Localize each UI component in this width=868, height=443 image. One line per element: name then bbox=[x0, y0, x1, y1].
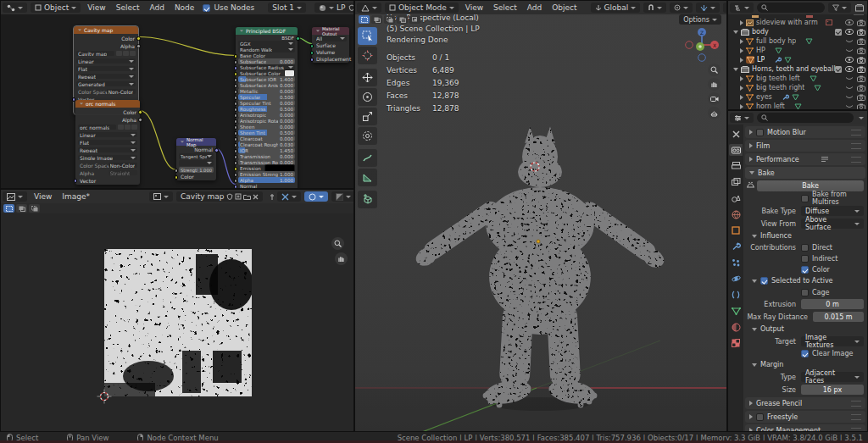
slider-roughness[interactable]: Roughness0.500 bbox=[238, 106, 295, 112]
output-normal[interactable]: Normal bbox=[179, 147, 214, 152]
target-dropdown[interactable]: Image Textures bbox=[801, 336, 864, 346]
freestyle-checkbox[interactable] bbox=[756, 413, 764, 421]
input-surface[interactable]: Surface bbox=[314, 42, 347, 48]
tab-physics[interactable] bbox=[729, 273, 743, 285]
hide-eye-closed-icon[interactable] bbox=[845, 75, 854, 81]
tab-object-data[interactable] bbox=[729, 305, 743, 317]
socket[interactable] bbox=[310, 51, 314, 55]
fake-user-icon[interactable] bbox=[348, 4, 354, 11]
method-dropdown[interactable]: Random Walk bbox=[238, 47, 295, 53]
display-channels-dropdown[interactable] bbox=[331, 191, 354, 202]
slider-sheen[interactable]: Sheen0.000 bbox=[238, 124, 295, 130]
node-image-texture-normals[interactable]: orc normals Color Alpha orc normals Line… bbox=[75, 100, 140, 185]
slider-transmission[interactable]: Transmission0.000 bbox=[238, 153, 295, 159]
image-field-buttons[interactable] bbox=[118, 125, 137, 130]
input-base-color[interactable]: Base Color bbox=[238, 53, 295, 58]
menu-select[interactable]: Select bbox=[488, 3, 522, 12]
select-mode-intersect-icon[interactable] bbox=[409, 15, 420, 24]
alpha-mode-row[interactable]: AlphaStraight bbox=[78, 169, 137, 176]
expand-icon[interactable] bbox=[740, 76, 743, 81]
outliner-search-input[interactable] bbox=[757, 3, 825, 13]
select-mode-subtract-icon[interactable] bbox=[29, 204, 40, 213]
expand-icon[interactable] bbox=[740, 20, 743, 25]
tab-view-layer[interactable] bbox=[729, 176, 743, 188]
tab-object[interactable] bbox=[729, 224, 743, 236]
zoom-button[interactable] bbox=[331, 237, 344, 250]
properties-search-input[interactable] bbox=[757, 113, 854, 123]
tool-annotate[interactable] bbox=[358, 149, 377, 167]
render-camera-icon[interactable] bbox=[857, 38, 865, 45]
select-mode-new-icon[interactable] bbox=[359, 15, 370, 24]
node-material-output[interactable]: Material Output All Surface Volume Displ… bbox=[312, 27, 349, 63]
motion-blur-checkbox[interactable] bbox=[756, 129, 764, 136]
outliner-row-eyes[interactable]: eyes bbox=[728, 92, 867, 102]
socket[interactable] bbox=[234, 54, 238, 58]
tool-cursor[interactable] bbox=[358, 47, 377, 64]
image-name-field[interactable]: Cavity map bbox=[176, 191, 263, 202]
strength-slider[interactable]: Strength1.000 bbox=[179, 167, 214, 173]
navigation-gizmo[interactable]: Z X bbox=[682, 25, 721, 64]
menu-add[interactable]: Add bbox=[522, 3, 547, 12]
expand-icon[interactable] bbox=[740, 86, 743, 91]
zoom-button[interactable] bbox=[708, 64, 721, 76]
panel-grip[interactable] bbox=[851, 428, 861, 432]
tab-scene[interactable] bbox=[729, 192, 743, 204]
slider-subsurface[interactable]: Subsurface0.000 bbox=[238, 58, 295, 64]
pan-button[interactable] bbox=[335, 252, 348, 265]
socket[interactable] bbox=[296, 36, 300, 41]
tool-transform[interactable] bbox=[358, 127, 377, 145]
color-space-row[interactable]: Color SpaceNon-Color bbox=[78, 162, 137, 169]
source-dropdown[interactable]: Generated bbox=[76, 80, 136, 87]
socket[interactable] bbox=[138, 110, 142, 114]
hide-eye-icon[interactable] bbox=[845, 66, 854, 72]
proportional-edit-dropdown[interactable] bbox=[670, 3, 693, 13]
tool-scale[interactable] bbox=[358, 108, 377, 125]
filter-dropdown[interactable] bbox=[828, 3, 851, 13]
unlink-icon[interactable] bbox=[253, 193, 259, 200]
socket[interactable] bbox=[234, 185, 238, 189]
output-color[interactable]: Color bbox=[76, 35, 136, 42]
panel-performance[interactable]: Performance bbox=[745, 153, 865, 165]
node-header[interactable]: Cavity map bbox=[74, 26, 138, 34]
editor-type-button[interactable] bbox=[730, 3, 754, 13]
cursor-2d[interactable] bbox=[97, 389, 112, 404]
outliner-row-lp[interactable]: LP bbox=[728, 55, 867, 64]
interpolation-dropdown[interactable]: Linear bbox=[78, 131, 137, 138]
input-normal[interactable]: Normal bbox=[238, 183, 295, 189]
render-camera-icon[interactable] bbox=[857, 47, 865, 54]
panel-grip[interactable] bbox=[851, 157, 861, 163]
orthographic-toggle-button[interactable] bbox=[708, 107, 721, 119]
editor-type-button[interactable] bbox=[3, 191, 27, 202]
output-bsdf[interactable]: BSDF bbox=[238, 35, 295, 41]
outliner-row-big-teeth-left[interactable]: big teeth left bbox=[728, 74, 867, 83]
subpanel-selected-to-active[interactable]: Selected to Active bbox=[743, 275, 867, 286]
interpolation-dropdown[interactable]: Linear bbox=[76, 58, 136, 64]
outliner-row-sideview[interactable]: sideview with arm bbox=[728, 18, 867, 27]
presets-icon[interactable] bbox=[821, 156, 829, 163]
editor-type-button[interactable] bbox=[357, 3, 381, 13]
select-mode-difference-icon[interactable] bbox=[397, 15, 408, 24]
use-nodes-checkbox[interactable]: Use Nodes bbox=[203, 3, 254, 12]
expand-icon[interactable] bbox=[740, 104, 743, 109]
socket[interactable] bbox=[136, 44, 141, 48]
slider-subsurface-ior[interactable]: Subsurface IOR1.400 bbox=[238, 76, 295, 82]
tool-measure[interactable] bbox=[358, 169, 377, 186]
subpanel-influence[interactable]: Influence bbox=[743, 230, 867, 241]
tab-output[interactable] bbox=[729, 160, 743, 172]
socket[interactable] bbox=[214, 148, 219, 152]
menu-add[interactable]: Add bbox=[144, 3, 169, 12]
output-color[interactable]: Color bbox=[78, 108, 137, 115]
slider-metallic[interactable]: Metallic0.000 bbox=[238, 88, 295, 94]
panel-bake[interactable]: Bake bbox=[745, 167, 865, 179]
tool-select-box[interactable] bbox=[358, 27, 377, 45]
indirect-checkbox[interactable] bbox=[801, 255, 809, 263]
new-image-icon[interactable] bbox=[235, 193, 242, 200]
hide-eye-closed-icon[interactable] bbox=[845, 85, 854, 91]
render-camera-icon[interactable] bbox=[857, 85, 865, 91]
slider-anisotropic-rotation[interactable]: Anisotropic Rotation0.000 bbox=[238, 118, 295, 124]
input-color[interactable]: Color bbox=[179, 174, 214, 180]
node-header[interactable]: Material Output bbox=[312, 27, 349, 35]
panel-grip[interactable] bbox=[851, 130, 861, 136]
tab-particles[interactable] bbox=[729, 257, 743, 269]
orientation-dropdown[interactable]: Global bbox=[591, 3, 641, 13]
